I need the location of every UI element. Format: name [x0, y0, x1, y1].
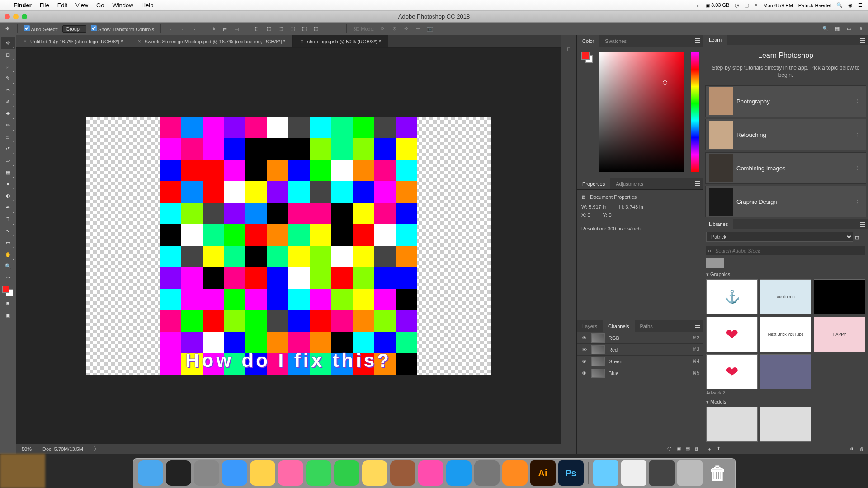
align-bottom-icon[interactable]: ⫠ [191, 25, 198, 33]
learn-topic[interactable]: Combining Images〉 [705, 152, 866, 184]
dock-item[interactable] [593, 460, 618, 486]
learn-topic[interactable]: Graphic Design〉 [705, 186, 866, 217]
dock-app[interactable] [334, 460, 359, 486]
library-item[interactable] [760, 407, 811, 442]
panel-menu-icon[interactable] [860, 38, 865, 43]
align-left-icon[interactable]: ⫡ [210, 25, 217, 33]
siri-icon[interactable]: ◉ [848, 2, 853, 8]
quick-select-tool[interactable]: ✎ [1, 72, 15, 84]
trash-icon[interactable]: 🗑 [705, 460, 731, 486]
minimize-window-icon[interactable] [13, 14, 19, 19]
adjustments-tab[interactable]: Adjustments [610, 178, 649, 189]
display-icon[interactable]: ▢ [745, 2, 749, 8]
channels-tab[interactable]: Channels [603, 320, 634, 332]
close-window-icon[interactable] [5, 14, 10, 19]
library-item[interactable]: ⚓ [706, 279, 758, 314]
color-field[interactable] [599, 52, 684, 172]
auto-select-checkbox[interactable]: Auto-Select: [24, 25, 58, 32]
menu-window[interactable]: Window [112, 2, 133, 9]
arrange-documents-icon[interactable]: ▦ [834, 25, 841, 33]
brush-tool[interactable]: ✏ [1, 119, 15, 131]
load-selection-icon[interactable]: ▣ [676, 446, 681, 451]
channel-row[interactable]: 👁RGB⌘2 [577, 332, 703, 344]
dock-app[interactable] [390, 460, 415, 486]
properties-tab[interactable]: Properties [577, 178, 610, 189]
healing-brush-tool[interactable]: ✚ [1, 108, 15, 119]
library-item[interactable] [814, 279, 865, 314]
panel-menu-icon[interactable] [695, 38, 700, 43]
graphics-section-header[interactable]: ▾ Graphics [706, 272, 865, 277]
learn-tab[interactable]: Learn [703, 35, 727, 45]
document-tab[interactable]: ×Sweets Storesign Mockup.psd @ 16.7% (re… [130, 35, 293, 47]
show-transform-checkbox[interactable]: Show Transform Controls [91, 25, 154, 32]
close-tab-icon[interactable]: × [300, 38, 303, 45]
dock-item[interactable] [621, 460, 646, 486]
clock[interactable]: Mon 6:59 PM [763, 3, 793, 8]
battery-icon[interactable]: ◎ [735, 2, 739, 8]
menu-help[interactable]: Help [142, 2, 154, 9]
dock-item[interactable] [677, 460, 703, 486]
dock-app[interactable] [250, 460, 275, 486]
search-icon[interactable]: 🔍 [822, 25, 829, 33]
foreground-background-colors[interactable] [2, 286, 14, 297]
zoom-level[interactable]: 50% [22, 446, 32, 452]
library-item[interactable]: austin run [760, 279, 811, 314]
marquee-tool[interactable]: ◻ [1, 49, 15, 61]
list-view-icon[interactable]: ☰ [861, 235, 865, 241]
channel-row[interactable]: 👁Green⌘4 [577, 356, 703, 367]
edit-toolbar[interactable]: ⋯ [1, 272, 15, 284]
menu-view[interactable]: View [75, 2, 88, 9]
add-content-icon[interactable]: ＋ [707, 446, 712, 453]
distribute-icon[interactable]: ⬚ [254, 25, 261, 33]
wifi-icon[interactable]: ⌔ [755, 3, 758, 8]
canvas-area[interactable]: How do I fix this? [16, 48, 561, 444]
menu-go[interactable]: Go [96, 2, 104, 9]
more-options-icon[interactable]: ⋯ [333, 25, 340, 33]
visibility-icon[interactable]: 👁 [580, 359, 588, 364]
save-selection-icon[interactable]: ◌ [667, 446, 672, 451]
eraser-tool[interactable]: ▱ [1, 155, 15, 166]
visibility-icon[interactable]: 👁 [580, 371, 588, 376]
zoom-tool[interactable]: 🔍 [1, 260, 15, 272]
clone-stamp-tool[interactable]: ⎌ [1, 131, 15, 143]
swatches-tab[interactable]: Swatches [599, 35, 632, 47]
close-tab-icon[interactable]: × [137, 38, 141, 45]
models-section-header[interactable]: ▾ Models [706, 399, 865, 405]
show-icon[interactable]: 👁 [850, 446, 855, 452]
library-item[interactable] [760, 354, 811, 389]
learn-topic[interactable]: Photography〉 [705, 85, 866, 117]
spotlight-icon[interactable]: 🔍 [836, 2, 843, 8]
visibility-icon[interactable]: 👁 [580, 347, 588, 352]
panel-menu-icon[interactable] [860, 222, 865, 227]
eyedropper-tool[interactable]: ✐ [1, 96, 15, 108]
document-tab[interactable]: ×Untitled-1 @ 16.7% (shop logo, RGB/8*) … [16, 35, 130, 47]
history-brush-tool[interactable]: ↺ [1, 143, 15, 155]
visibility-icon[interactable]: 👁 [580, 335, 588, 341]
screen-mode-icon[interactable]: ▭ [845, 25, 853, 33]
distribute-icon[interactable]: ⬚ [289, 25, 296, 33]
libraries-sync-icon[interactable]: ⬆ [717, 446, 721, 453]
panel-menu-icon[interactable] [695, 324, 700, 328]
dock-app[interactable] [278, 460, 303, 486]
library-item[interactable]: ❤ [706, 317, 758, 352]
gradient-tool[interactable]: ▦ [1, 166, 15, 178]
document-canvas[interactable]: How do I fix this? [86, 117, 491, 375]
dock-app[interactable] [502, 460, 528, 486]
panel-menu-icon[interactable] [695, 181, 700, 186]
type-tool[interactable]: T [1, 213, 15, 225]
distribute-icon[interactable]: ⬚ [312, 25, 320, 33]
dock-app[interactable] [166, 460, 191, 486]
dock-item[interactable] [649, 460, 675, 486]
distribute-icon[interactable]: ⬚ [265, 25, 273, 33]
distribute-icon[interactable]: ⬚ [277, 25, 284, 33]
paths-tab[interactable]: Paths [635, 320, 658, 332]
menu-file[interactable]: File [40, 2, 49, 9]
dock-app[interactable] [362, 460, 387, 486]
library-item[interactable]: ❤ [706, 354, 758, 389]
dock-app[interactable] [474, 460, 500, 486]
path-select-tool[interactable]: ↖ [1, 225, 15, 237]
distribute-icon[interactable]: ⬚ [301, 25, 308, 33]
color-tab[interactable]: Color [577, 35, 599, 47]
library-select[interactable]: Patrick [706, 232, 853, 242]
collapsed-panel-icon[interactable]: ⑁ [566, 44, 571, 52]
